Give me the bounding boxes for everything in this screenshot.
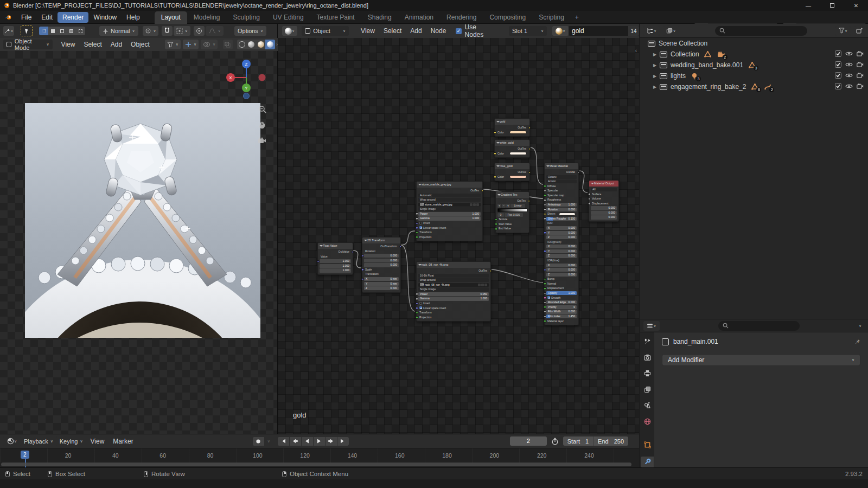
socket[interactable] <box>481 189 484 192</box>
socket[interactable] <box>544 311 546 313</box>
node-header[interactable]: Gradient Tex <box>496 192 529 198</box>
socket[interactable] <box>544 282 546 285</box>
stopwatch-icon[interactable] <box>551 438 559 445</box>
node-number-field[interactable]: Priority0 <box>546 305 577 309</box>
node-header[interactable]: stone_marble_grey.jpg <box>417 182 482 188</box>
node-color-swatch-row[interactable]: Sheen <box>546 212 577 216</box>
shader-menu-node[interactable]: Node <box>426 27 451 35</box>
workspace-tab-scripting[interactable]: Scripting <box>532 11 571 24</box>
timeline-ruler[interactable]: 204060801001201401601802002202402 <box>0 448 639 463</box>
socket[interactable] <box>544 297 546 299</box>
node-number-field[interactable]: X0 mm <box>364 277 399 281</box>
filter-type-icon[interactable]: ∨ <box>663 26 679 36</box>
socket[interactable] <box>544 190 546 192</box>
properties-tab-output[interactable] <box>641 369 654 380</box>
socket[interactable] <box>416 302 418 305</box>
disable-render-camera-icon[interactable] <box>857 61 864 69</box>
node-number-field[interactable]: Z0 mm <box>364 286 399 290</box>
properties-tab-view-layer[interactable] <box>641 385 654 396</box>
node-checkbox[interactable]: Linear space invert <box>418 226 481 230</box>
socket[interactable] <box>588 193 591 196</box>
shading-wireframe-button[interactable] <box>237 40 247 49</box>
socket[interactable] <box>494 131 496 134</box>
socket[interactable] <box>416 236 418 239</box>
node-dropdown[interactable]: Automatic <box>418 194 481 197</box>
node-number-field[interactable]: Y0 mm <box>364 282 399 286</box>
socket[interactable] <box>495 228 497 230</box>
gizmos-dropdown[interactable]: ∨ <box>183 40 199 49</box>
node-image-field[interactable]: rock_08_nor_4k.png <box>418 283 489 287</box>
node-number-field[interactable]: Power1.000 <box>418 212 481 216</box>
node-number-field[interactable]: Film Width0.000 <box>546 310 577 313</box>
disable-render-camera-icon[interactable] <box>857 72 864 80</box>
playhead[interactable]: 2 <box>25 449 34 459</box>
minimize-button[interactable]: — <box>796 0 820 11</box>
socket[interactable] <box>544 315 546 318</box>
jump-to-next-keyframe-button[interactable] <box>326 437 337 446</box>
select-mode-set[interactable] <box>39 27 48 35</box>
node-dropdown[interactable]: Single Image <box>418 207 481 211</box>
node-number-field[interactable]: 1.000 <box>320 268 351 272</box>
node-dropdown[interactable]: Octane <box>546 175 577 179</box>
socket[interactable] <box>544 268 546 271</box>
node-number-field[interactable]: 1.000 <box>320 264 351 268</box>
node-dropdown[interactable]: Single Image <box>418 287 489 291</box>
node-color-swatch-row[interactable]: Color <box>496 152 528 156</box>
node-header[interactable]: 2D Transform <box>362 237 400 243</box>
outliner-row-engagement-ring-bake-2[interactable]: ▶engagement_ring_bake_282 <box>640 81 868 92</box>
socket[interactable] <box>361 255 364 258</box>
workspace-tab-rendering[interactable]: Rendering <box>440 11 483 24</box>
properties-search-input[interactable] <box>718 321 800 331</box>
material-users-count[interactable]: 14 <box>628 26 639 36</box>
mode-dropdown[interactable]: Object Mode∨ <box>3 40 53 49</box>
selectable-checkbox[interactable] <box>835 83 841 91</box>
socket[interactable] <box>494 152 496 155</box>
node-header[interactable]: gold <box>495 119 529 125</box>
node-number-field[interactable]: 0.000 <box>364 254 399 258</box>
workspace-tab-shading[interactable]: Shading <box>361 11 398 24</box>
node-material_output[interactable]: Material OutputAllSurfaceVolumeDisplacem… <box>589 180 619 222</box>
socket[interactable] <box>528 126 531 129</box>
node-dropdown[interactable]: Wrap around <box>418 198 481 202</box>
socket[interactable] <box>495 223 497 226</box>
socket[interactable] <box>544 194 546 197</box>
workspace-tab-compositing[interactable]: Compositing <box>483 11 532 24</box>
socket[interactable] <box>399 245 402 248</box>
node-dropdown[interactable]: 16-Bit Float <box>418 274 489 278</box>
node-rose_gold_tex[interactable]: rose_goldOutTexColor <box>494 163 530 181</box>
use-nodes-toggle[interactable]: ✓ Use Nodes <box>456 23 495 38</box>
node-color-swatch-row[interactable]: Color <box>496 175 528 179</box>
node-number-field[interactable]: X0.000 <box>546 264 577 267</box>
transform-orientation-dropdown[interactable]: Normal∨ <box>99 26 138 36</box>
current-frame-field[interactable]: 2 <box>510 436 547 446</box>
node-header[interactable]: rock_08_nor_4k.png <box>417 262 490 268</box>
menu-edit[interactable]: Edit <box>36 12 58 23</box>
node-dropdown[interactable]: Wrap around <box>418 278 489 282</box>
hide-eye-icon[interactable] <box>845 61 853 69</box>
socket[interactable] <box>544 287 546 290</box>
playback-dropdown[interactable]: Playback∨ <box>21 436 56 446</box>
socket[interactable] <box>317 260 320 263</box>
viewport-3d[interactable]: Z X Y <box>0 51 278 434</box>
material-name-field[interactable]: gold 14 <box>569 26 639 36</box>
socket[interactable] <box>489 269 492 272</box>
node-number-field[interactable]: Z0.000 <box>546 254 577 258</box>
node-number-field[interactable]: Y0.000 <box>546 249 577 253</box>
node-stone_marble[interactable]: stone_marble_grey.jpgOutTexAutomaticWrap… <box>416 181 483 241</box>
shading-material-button[interactable] <box>256 40 266 49</box>
workspace-tab-texture-paint[interactable]: Texture Paint <box>310 11 361 24</box>
options-dropdown[interactable]: Options∨ <box>234 26 266 36</box>
material-browse-icon[interactable]: ∨ <box>552 26 569 36</box>
socket[interactable] <box>577 171 580 174</box>
socket[interactable] <box>544 208 546 211</box>
color-swatch[interactable] <box>509 131 527 134</box>
socket[interactable] <box>416 232 418 234</box>
shader-menu-select[interactable]: Select <box>379 27 406 35</box>
socket[interactable] <box>495 219 497 221</box>
properties-tab-render[interactable] <box>641 353 654 364</box>
outliner-row-lights[interactable]: ▶lights3 <box>640 70 868 81</box>
properties-tab-object[interactable] <box>641 440 654 452</box>
socket[interactable] <box>528 171 531 174</box>
navigation-gizmo[interactable]: Z X Y <box>224 57 269 100</box>
gradient-controls[interactable]: +−∨Linear <box>497 204 527 208</box>
